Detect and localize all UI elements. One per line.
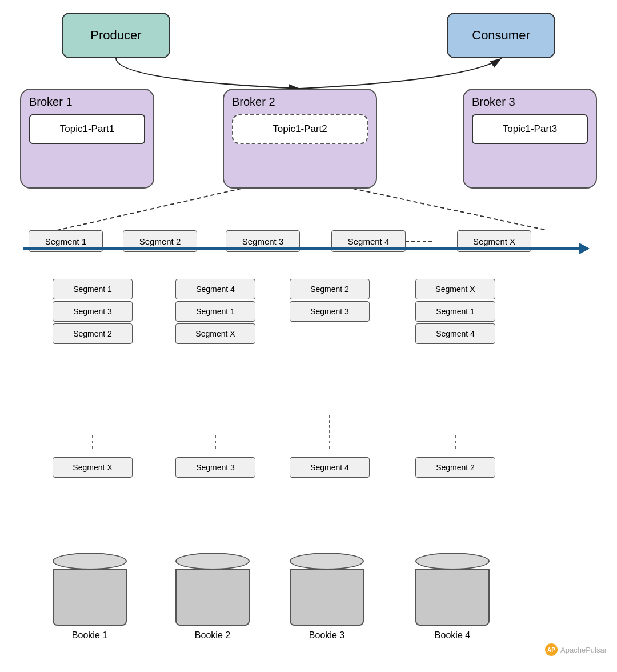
bookie-2-stack: Segment 4 Segment 1 Segment X <box>175 279 255 346</box>
svg-line-0 <box>57 189 241 230</box>
producer-label: Producer <box>90 28 141 43</box>
bookie-1-overflow: Segment X <box>53 457 133 478</box>
broker-2-box: Broker 2 Topic1-Part2 <box>223 89 377 189</box>
bookie-2-seg-x: Segment X <box>175 323 255 344</box>
watermark: AP ApachePulsar <box>545 643 607 656</box>
broker-1-title: Broker 1 <box>21 90 153 112</box>
bookie-2-seg-1: Segment 1 <box>175 301 255 322</box>
watermark-label: ApachePulsar <box>560 646 607 654</box>
bookie-1-cylinder: Bookie 1 <box>53 551 127 641</box>
broker-3-topic: Topic1-Part3 <box>472 114 588 144</box>
broker-3-box: Broker 3 Topic1-Part3 <box>463 89 597 189</box>
bookie-4-stack: Segment X Segment 1 Segment 4 <box>415 279 495 346</box>
consumer-label: Consumer <box>472 28 530 43</box>
bookie-1-seg-3: Segment 3 <box>53 301 133 322</box>
bookie-3-cylinder: Bookie 3 <box>290 551 364 641</box>
broker-2-topic: Topic1-Part2 <box>232 114 368 144</box>
bookie-3-seg-2: Segment 2 <box>290 279 370 299</box>
bookie-2-seg-4: Segment 4 <box>175 279 255 299</box>
broker-3-title: Broker 3 <box>464 90 596 112</box>
bookie-4-seg-x: Segment X <box>415 279 495 299</box>
bookie-2-overflow: Segment 3 <box>175 457 255 478</box>
bookie-4-cylinder: Bookie 4 <box>415 551 490 641</box>
bookie-3-stack: Segment 2 Segment 3 <box>290 279 370 323</box>
broker-2-title: Broker 2 <box>224 90 376 112</box>
bookie-2-cylinder: Bookie 2 <box>175 551 250 641</box>
producer-box: Producer <box>62 13 170 58</box>
bookie-3-overflow: Segment 4 <box>290 457 370 478</box>
bookie-4-seg-4: Segment 4 <box>415 323 495 344</box>
bookie-1-seg-2: Segment 2 <box>53 323 133 344</box>
bookie-1-stack: Segment 1 Segment 3 Segment 2 <box>53 279 133 346</box>
timeline-arrow <box>23 247 588 250</box>
bookie-1-seg-1: Segment 1 <box>53 279 133 299</box>
svg-line-1 <box>353 189 547 230</box>
bookie-3-seg-3: Segment 3 <box>290 301 370 322</box>
watermark-icon: AP <box>545 643 558 656</box>
broker-1-topic: Topic1-Part1 <box>29 114 145 144</box>
broker-1-box: Broker 1 Topic1-Part1 <box>20 89 154 189</box>
bookie-4-overflow: Segment 2 <box>415 457 495 478</box>
consumer-box: Consumer <box>447 13 555 58</box>
bookie-4-seg-1: Segment 1 <box>415 301 495 322</box>
diagram-container: Producer Consumer Broker 1 Topic1-Part1 … <box>0 0 617 672</box>
